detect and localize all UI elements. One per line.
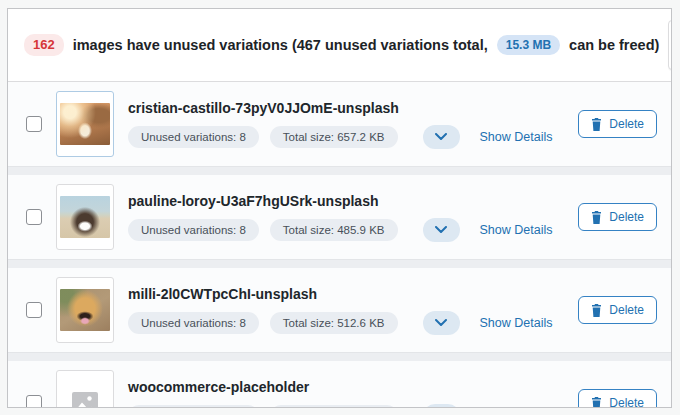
image-filename: woocommerce-placeholder xyxy=(128,379,552,395)
expand-details-button[interactable] xyxy=(423,311,460,335)
image-filename: cristian-castillo-73pyV0JJOmE-unsplash xyxy=(128,100,552,116)
image-filename: milli-2l0CWTpcChI-unsplash xyxy=(128,286,552,302)
row-content: pauline-loroy-U3aF7hgUSrk-unsplash Unuse… xyxy=(128,193,552,242)
row-content: milli-2l0CWTpcChI-unsplash Unused variat… xyxy=(128,286,552,335)
smiling-dog-image xyxy=(60,289,110,331)
dog-warm-sunlight-image xyxy=(60,103,110,145)
list-item: pauline-loroy-U3aF7hgUSrk-unsplash Unuse… xyxy=(8,175,671,260)
summary-text-before: images have unused variations (467 unuse… xyxy=(73,37,488,53)
delete-button[interactable]: Delete xyxy=(578,203,657,231)
chevron-down-icon xyxy=(435,133,447,140)
unused-variations-panel: 162 images have unused variations (467 u… xyxy=(7,8,672,408)
expand-details-button[interactable] xyxy=(423,404,460,409)
row-meta: Unused variations: 8 Total size: 657.2 K… xyxy=(128,125,552,149)
chevron-down-icon xyxy=(435,226,447,233)
row-meta: Unused variations: 8 Total size: 512.6 K… xyxy=(128,311,552,335)
thumbnail xyxy=(56,370,114,408)
list-item: woocommerce-placeholder Unused variation… xyxy=(8,361,671,408)
show-details-link[interactable]: Show Details xyxy=(480,316,553,330)
expand-details-button[interactable] xyxy=(423,125,460,149)
unused-variations-pill: Unused variations: 8 xyxy=(128,219,259,241)
unused-variations-pill: Unused variations: 8 xyxy=(128,126,259,148)
delete-label: Delete xyxy=(609,303,644,317)
row-meta: Unused variations: 8 Total size: 485.9 K… xyxy=(128,218,552,242)
list-item: milli-2l0CWTpcChI-unsplash Unused variat… xyxy=(8,268,671,353)
thumbnail xyxy=(56,91,114,157)
delete-button[interactable]: Delete xyxy=(578,296,657,324)
show-details-link[interactable]: Show Details xyxy=(480,130,553,144)
image-placeholder-icon xyxy=(72,392,98,408)
show-details-link[interactable]: Show Details xyxy=(480,223,553,237)
summary-header: 162 images have unused variations (467 u… xyxy=(8,9,671,81)
delete-button[interactable]: Delete xyxy=(578,389,657,408)
summary-text-after: can be freed) xyxy=(569,37,659,53)
image-list: cristian-castillo-73pyV0JJOmE-unsplash U… xyxy=(8,81,671,408)
delete-label: Delete xyxy=(609,396,644,408)
trash-icon xyxy=(591,397,602,409)
delete-button[interactable]: Delete xyxy=(578,110,657,138)
expand-details-button[interactable] xyxy=(423,218,460,242)
dog-on-beach-image xyxy=(60,196,110,238)
image-filename: pauline-loroy-U3aF7hgUSrk-unsplash xyxy=(128,193,552,209)
thumbnail xyxy=(56,184,114,250)
total-size-pill: Total size: 166.6 KB xyxy=(270,405,398,409)
image-count-badge: 162 xyxy=(24,34,64,56)
total-size-pill: Total size: 657.2 KB xyxy=(270,126,398,148)
row-checkbox[interactable] xyxy=(26,395,42,408)
freeable-size-badge: 15.3 MB xyxy=(497,35,560,55)
row-checkbox[interactable] xyxy=(26,116,42,132)
list-item: cristian-castillo-73pyV0JJOmE-unsplash U… xyxy=(8,82,671,167)
total-size-pill: Total size: 485.9 KB xyxy=(270,219,398,241)
delete-label: Delete xyxy=(609,117,644,131)
unused-variations-pill: Unused variations: 8 xyxy=(128,312,259,334)
row-content: woocommerce-placeholder Unused variation… xyxy=(128,379,552,409)
row-checkbox[interactable] xyxy=(26,209,42,225)
trash-icon xyxy=(591,304,602,317)
delete-label: Delete xyxy=(609,210,644,224)
row-checkbox[interactable] xyxy=(26,302,42,318)
trash-icon xyxy=(591,211,602,224)
row-content: cristian-castillo-73pyV0JJOmE-unsplash U… xyxy=(128,100,552,149)
chevron-down-icon xyxy=(435,319,447,326)
thumbnail xyxy=(56,277,114,343)
unused-variations-pill: Unused variations: 6 xyxy=(128,405,259,409)
row-meta: Unused variations: 6 Total size: 166.6 K… xyxy=(128,404,552,409)
select-all-button[interactable]: Select All xyxy=(668,20,672,70)
trash-icon xyxy=(591,118,602,131)
total-size-pill: Total size: 512.6 KB xyxy=(270,312,398,334)
